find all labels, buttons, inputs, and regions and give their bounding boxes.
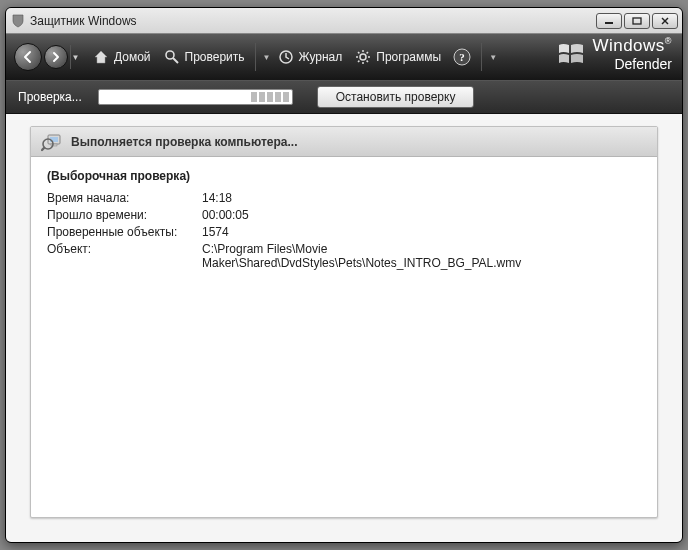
progress-bar (98, 89, 293, 105)
checked-key: Проверенные объекты: (47, 225, 202, 239)
back-button[interactable] (14, 43, 42, 71)
start-time-key: Время начала: (47, 191, 202, 205)
toolbar-programs-label: Программы (376, 50, 441, 64)
row-elapsed: Прошло времени: 00:00:05 (47, 208, 641, 222)
toolbar-programs[interactable]: Программы (348, 44, 447, 70)
brand-line2: Defender (592, 56, 672, 72)
window-title: Защитник Windows (30, 14, 596, 28)
minimize-button[interactable] (596, 13, 622, 29)
toolbar-home[interactable]: Домой (86, 44, 157, 70)
object-value: C:\Program Files\Movie Maker\Shared\DvdS… (202, 242, 641, 270)
row-object: Объект: C:\Program Files\Movie Maker\Sha… (47, 242, 641, 270)
toolbar-history[interactable]: Журнал (271, 44, 349, 70)
svg-line-5 (173, 58, 178, 63)
close-button[interactable] (652, 13, 678, 29)
panel-header: Выполняется проверка компьютера... (31, 127, 657, 157)
row-start-time: Время начала: 14:18 (47, 191, 641, 205)
panel-heading: Выполняется проверка компьютера... (71, 135, 297, 149)
object-key: Объект: (47, 242, 202, 270)
svg-rect-0 (605, 22, 613, 24)
svg-point-4 (166, 51, 174, 59)
app-window: Защитник Windows ▼ Домой (5, 7, 683, 543)
toolbar-home-label: Домой (114, 50, 151, 64)
home-icon (92, 48, 110, 66)
toolbar: ▼ Домой Проверить ▼ Журнал Программы (6, 34, 682, 80)
svg-line-22 (42, 148, 44, 150)
status-bar: Проверка... Остановить проверку (6, 80, 682, 114)
search-icon (163, 48, 181, 66)
history-icon (277, 48, 295, 66)
titlebar: Защитник Windows (6, 8, 682, 34)
window-controls (596, 13, 678, 29)
maximize-button[interactable] (624, 13, 650, 29)
svg-point-7 (360, 54, 366, 60)
content-area: Выполняется проверка компьютера... (Выбо… (6, 114, 682, 542)
elapsed-key: Прошло времени: (47, 208, 202, 222)
toolbar-scan-label: Проверить (185, 50, 245, 64)
scan-dropdown[interactable]: ▼ (260, 53, 271, 62)
app-icon (10, 13, 26, 29)
brand-text: Windows® Defender (592, 36, 672, 72)
svg-line-15 (367, 52, 368, 53)
help-icon: ? (453, 48, 471, 66)
stop-scan-button[interactable]: Остановить проверку (317, 86, 475, 108)
start-time-value: 14:18 (202, 191, 641, 205)
svg-line-13 (367, 61, 368, 62)
elapsed-value: 00:00:05 (202, 208, 641, 222)
svg-line-12 (358, 52, 359, 53)
svg-rect-1 (633, 18, 641, 24)
toolbar-scan[interactable]: Проверить (157, 44, 251, 70)
scan-type-label: (Выборочная проверка) (47, 169, 641, 183)
svg-text:?: ? (459, 51, 465, 63)
toolbar-history-label: Журнал (299, 50, 343, 64)
checked-value: 1574 (202, 225, 641, 239)
brand-line1: Windows (592, 36, 664, 55)
status-label: Проверка... (18, 90, 82, 104)
separator (255, 43, 256, 71)
gear-icon (354, 48, 372, 66)
help-dropdown[interactable]: ▼ (486, 53, 497, 62)
separator (481, 43, 482, 71)
svg-line-14 (358, 61, 359, 62)
row-checked: Проверенные объекты: 1574 (47, 225, 641, 239)
windows-flag-icon (556, 39, 586, 69)
panel-body: (Выборочная проверка) Время начала: 14:1… (31, 157, 657, 285)
forward-button[interactable] (44, 45, 68, 69)
brand-logo: Windows® Defender (556, 36, 672, 72)
nav-history-dropdown[interactable]: ▼ (70, 45, 80, 69)
magnifier-computer-icon (41, 131, 63, 153)
toolbar-help[interactable]: ? (447, 44, 477, 70)
scan-panel: Выполняется проверка компьютера... (Выбо… (30, 126, 658, 518)
